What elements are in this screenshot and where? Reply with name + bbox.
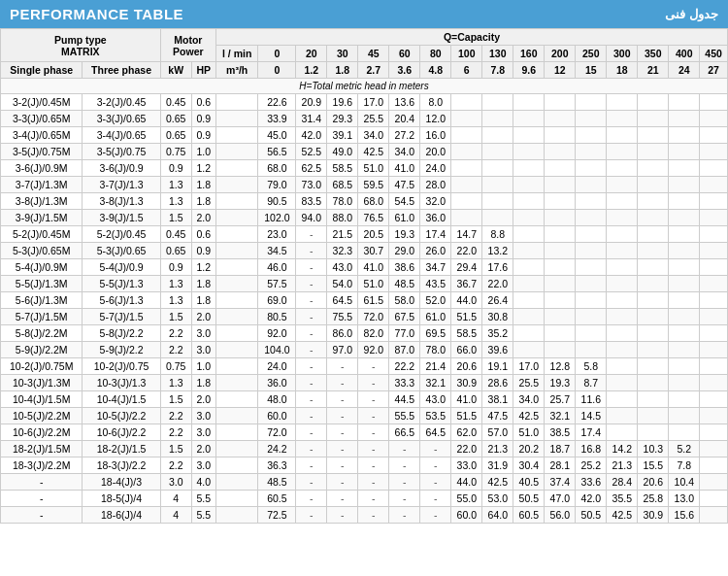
value-cell: -: [296, 276, 327, 292]
value-cell: [576, 325, 607, 342]
m3h-18: 18: [607, 62, 638, 79]
value-cell: 33.6: [576, 474, 607, 491]
value-cell: 51.5: [451, 408, 482, 424]
value-cell: 18.7: [545, 441, 576, 457]
value-cell: 24.0: [420, 160, 451, 177]
table-row: 5-4(J)/0.9M5-4(J)/0.90.91.246.0-43.041.0…: [1, 259, 728, 276]
value-cell: 52.5: [296, 144, 327, 160]
single-phase-cell: -: [1, 491, 83, 507]
unit-cell: [215, 193, 258, 210]
value-cell: 19.1: [482, 358, 513, 375]
unit-cell: [215, 276, 258, 292]
single-phase-cell: 5-9(J)/2.2M: [1, 342, 83, 358]
m3h-3.6: 3.6: [389, 62, 420, 79]
value-cell: 72.5: [258, 507, 296, 524]
value-cell: [700, 127, 728, 144]
value-cell: [669, 325, 700, 342]
kw-cell: 2.2: [160, 424, 191, 441]
value-cell: 90.5: [258, 193, 296, 210]
single-phase-cell: 10-4(J)/1.5M: [1, 391, 83, 408]
m3h-9.6: 9.6: [513, 62, 545, 79]
value-cell: [669, 309, 700, 325]
value-cell: -: [327, 358, 358, 375]
value-cell: 77.0: [389, 325, 420, 342]
kw-label: kW: [160, 62, 191, 79]
value-cell: 66.0: [451, 342, 482, 358]
value-cell: -: [389, 474, 420, 491]
value-cell: 13.0: [669, 491, 700, 507]
hp-cell: 2.0: [191, 210, 215, 226]
table-row: 3-7(J)/1.3M3-7(J)/1.31.31.879.073.068.55…: [1, 177, 728, 193]
value-cell: 57.0: [482, 424, 513, 441]
value-cell: 30.8: [482, 309, 513, 325]
kw-cell: 1.3: [160, 292, 191, 309]
kw-cell: 1.3: [160, 276, 191, 292]
value-cell: [607, 424, 638, 441]
value-cell: [700, 375, 728, 391]
value-cell: 51.0: [358, 276, 389, 292]
value-cell: 19.6: [327, 94, 358, 111]
value-cell: 40.5: [513, 474, 545, 491]
value-cell: 42.0: [296, 127, 327, 144]
value-cell: [607, 243, 638, 259]
value-cell: 28.0: [420, 177, 451, 193]
single-phase-cell: 3-5(J)/0.75M: [1, 144, 83, 160]
value-cell: [700, 408, 728, 424]
value-cell: [669, 391, 700, 408]
hp-cell: 1.2: [191, 259, 215, 276]
value-cell: 66.5: [389, 424, 420, 441]
table-row: 3-9(J)/1.5M3-9(J)/1.51.52.0102.094.088.0…: [1, 210, 728, 226]
value-cell: [451, 144, 482, 160]
value-cell: [482, 160, 513, 177]
value-cell: [607, 259, 638, 276]
value-cell: -: [389, 507, 420, 524]
single-phase-cell: 5-3(J)/0.65M: [1, 243, 83, 259]
value-cell: [576, 309, 607, 325]
three-phase-cell: 3-2(J)/0.45: [83, 94, 160, 111]
value-cell: [607, 127, 638, 144]
value-cell: [576, 94, 607, 111]
hp-cell: 3.0: [191, 325, 215, 342]
value-cell: [482, 210, 513, 226]
pump-type-header: Pump type MATRIX: [1, 29, 161, 62]
value-cell: 58.0: [389, 292, 420, 309]
unit-cell: [215, 127, 258, 144]
value-cell: [669, 210, 700, 226]
unit-cell: [215, 441, 258, 457]
value-cell: 20.6: [451, 358, 482, 375]
m3h-2.7: 2.7: [358, 62, 389, 79]
value-cell: 54.5: [389, 193, 420, 210]
value-cell: [482, 111, 513, 127]
value-cell: 32.1: [545, 408, 576, 424]
kw-cell: 4: [160, 491, 191, 507]
value-cell: 8.7: [576, 375, 607, 391]
value-cell: 23.0: [258, 226, 296, 243]
value-cell: 28.6: [482, 375, 513, 391]
value-cell: 60.5: [258, 491, 296, 507]
hp-cell: 1.8: [191, 177, 215, 193]
value-cell: 42.5: [482, 474, 513, 491]
value-cell: 59.5: [358, 177, 389, 193]
single-phase-cell: 5-7(J)/1.5M: [1, 309, 83, 325]
value-cell: 62.5: [296, 160, 327, 177]
value-cell: 10.3: [638, 441, 669, 457]
value-cell: [638, 375, 669, 391]
single-phase-cell: 10-3(J)/1.3M: [1, 375, 83, 391]
single-phase-cell: 10-6(J)/2.2M: [1, 424, 83, 441]
value-cell: [700, 160, 728, 177]
hp-cell: 1.8: [191, 375, 215, 391]
value-cell: 21.5: [327, 226, 358, 243]
hp-cell: 1.8: [191, 193, 215, 210]
value-cell: 51.5: [451, 309, 482, 325]
col-30: 30: [327, 46, 358, 62]
hp-cell: 4.0: [191, 474, 215, 491]
value-cell: -: [296, 226, 327, 243]
value-cell: 24.2: [258, 441, 296, 457]
value-cell: [451, 193, 482, 210]
unit-cell: [215, 160, 258, 177]
three-phase-cell: 18-2(J)/1.5: [83, 441, 160, 457]
col-350: 350: [638, 46, 669, 62]
value-cell: 30.4: [513, 457, 545, 474]
value-cell: [513, 259, 545, 276]
value-cell: 51.0: [513, 424, 545, 441]
